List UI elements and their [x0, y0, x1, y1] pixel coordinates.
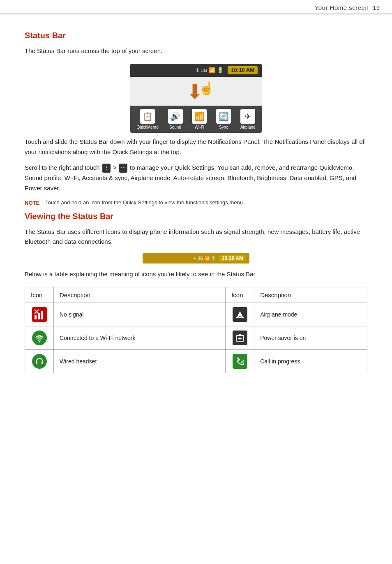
- sbar-time-small: 10:10 AM: [219, 255, 246, 261]
- battery-icon: 🔋: [217, 67, 224, 73]
- arrow-finger-area: ⬇ ☝: [130, 77, 262, 106]
- status-bar-intro: The Status Bar runs across the top of yo…: [25, 46, 367, 56]
- icon-cell-no-signal: [25, 303, 54, 326]
- qs-airplane: ✈ Airplane: [240, 109, 256, 129]
- sound-label: Sound: [169, 125, 181, 129]
- page-title: Your Home screen: [315, 4, 369, 11]
- edit-icon: ⋮: [102, 164, 111, 173]
- sync-icon: 🔄: [216, 109, 231, 124]
- top-bar: Your Home screen 19: [0, 0, 392, 14]
- svg-rect-8: [239, 334, 241, 336]
- note-row: NOTE Touch and hold an icon from the Qui…: [25, 199, 367, 206]
- qs-sound: 🔊 Sound: [168, 109, 183, 129]
- wired-headset-icon: [32, 354, 47, 369]
- airplane-icon: ✈: [240, 109, 255, 124]
- table-row: Wired headset Call in progress: [25, 349, 367, 373]
- note-text: Touch and hold an icon from the Quick Se…: [45, 199, 244, 206]
- col3-header: Icon: [226, 287, 254, 303]
- sound-icon: 🔊: [168, 109, 183, 124]
- status-bar-time: 10:10 AM: [228, 66, 258, 74]
- signal-label: 3G: [201, 68, 208, 73]
- desc-call: Call in progress: [254, 349, 367, 373]
- wifi-icon: 📶: [192, 109, 207, 124]
- svg-rect-1: [38, 313, 40, 319]
- airplane-mode-icon: [233, 307, 247, 322]
- desc-headset: Wired headset: [54, 349, 226, 373]
- sbar-3g-small: 3G: [198, 256, 203, 261]
- quickmemo-label: QuickMemo: [136, 125, 158, 129]
- airplane-label: Airplane: [240, 125, 256, 129]
- svg-rect-5: [236, 317, 244, 318]
- svg-rect-2: [41, 311, 43, 319]
- quick-settings-bar: 📋 QuickMemo 🔊 Sound 📶 Wi-Fi 🔄 Sync ✈: [130, 106, 262, 133]
- table-row: Connected to a Wi-Fi network Power saver…: [25, 326, 367, 349]
- qs-sync: 🔄 Sync: [216, 109, 231, 129]
- sbar-signal-small: 📶: [205, 256, 210, 261]
- sbar-battery-small: 🔋: [211, 256, 216, 261]
- call-in-progress-icon: [233, 354, 247, 369]
- page-number: 19: [373, 4, 380, 11]
- power-saver-icon: [233, 331, 247, 345]
- icon-cell-power-saver: [226, 326, 254, 349]
- status-bar-demo: ✳ 3G 📶 🔋 10:10 AM ⬇ ☝ 📋 QuickMemo �: [110, 64, 282, 133]
- status-bar-body2: Scroll to the right and touch ⋮ > ⋯ to m…: [25, 163, 367, 193]
- desc-wifi: Connected to a Wi-Fi network: [54, 326, 226, 349]
- viewing-body1: The Status Bar uses different icons to d…: [25, 227, 367, 247]
- finger-icon: ☝: [199, 81, 214, 95]
- sbar-icons-small: ✳ 3G 📶 🔋: [193, 256, 215, 261]
- svg-rect-12: [42, 361, 43, 364]
- status-icons: ✳ 3G 📶 🔋: [195, 67, 224, 73]
- note-label: NOTE: [25, 200, 39, 206]
- svg-point-6: [39, 341, 40, 342]
- icon-cell-airplane: [226, 303, 254, 326]
- col4-header: Description: [254, 287, 367, 303]
- sync-label: Sync: [219, 125, 228, 129]
- status-bar-heading: Status Bar: [25, 31, 367, 40]
- svg-rect-11: [36, 361, 37, 364]
- svg-rect-0: [35, 315, 37, 319]
- quickmemo-icon: 📋: [140, 109, 155, 124]
- edit2-icon: ⋯: [119, 164, 127, 173]
- qs-wifi: 📶 Wi-Fi: [192, 109, 207, 129]
- viewing-body2: Below is a table explaining the meaning …: [25, 269, 367, 280]
- bluetooth-icon: ✳: [195, 67, 200, 73]
- wifi-connected-icon: [32, 331, 47, 345]
- col2-header: Description: [54, 287, 226, 303]
- icon-cell-wifi: [25, 326, 54, 349]
- table-row: No signal Airplane mode: [25, 303, 367, 326]
- sbar-bluetooth-small: ✳: [193, 256, 196, 261]
- no-signal-icon: [32, 307, 47, 322]
- status-bar-section: Status Bar The Status Bar runs across th…: [25, 31, 367, 206]
- icon-cell-call: [226, 349, 254, 373]
- wifi-label: Wi-Fi: [195, 125, 204, 129]
- status-bar-body1: Touch and slide the Status Bar down with…: [25, 137, 367, 157]
- col1-header: Icon: [25, 287, 54, 303]
- status-bar-small: ✳ 3G 📶 🔋 10:10 AM: [143, 253, 249, 264]
- signal-bars-icon: 📶: [209, 67, 215, 73]
- viewing-heading: Viewing the Status Bar: [25, 212, 367, 221]
- qs-quickmemo: 📋 QuickMemo: [136, 109, 158, 129]
- viewing-section: Viewing the Status Bar The Status Bar us…: [25, 212, 367, 373]
- status-bar-strip: ✳ 3G 📶 🔋 10:10 AM: [130, 64, 262, 77]
- desc-power-saver: Power saver is on: [254, 326, 367, 349]
- icon-table: Icon Description Icon Description: [25, 287, 367, 373]
- icon-cell-headset: [25, 349, 54, 373]
- desc-airplane: Airplane mode: [254, 303, 367, 326]
- desc-no-signal: No signal: [54, 303, 226, 326]
